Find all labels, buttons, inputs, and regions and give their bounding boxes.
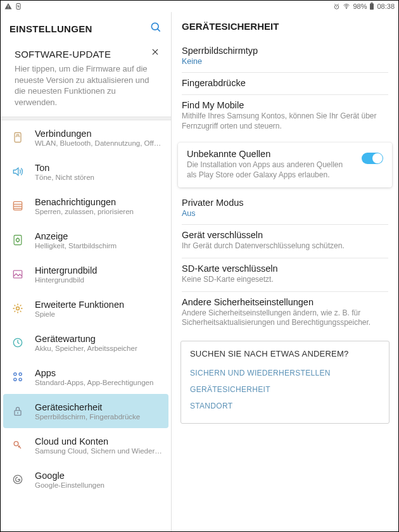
sidebar-item-sub: Sperren, zulassen, priorisieren <box>35 208 162 215</box>
sidebar-item-sub: WLAN, Bluetooth, Datennutzung, Offline..… <box>35 139 162 147</box>
svg-point-25 <box>14 441 18 446</box>
svg-point-5 <box>151 23 158 30</box>
svg-rect-4 <box>371 3 373 4</box>
related-search-box: SUCHEN SIE NACH ETWAS ANDEREM? SICHERN U… <box>180 341 390 424</box>
notifications-icon <box>11 199 25 213</box>
svg-rect-3 <box>370 4 374 10</box>
sidebar-item-label: Verbindungen <box>35 129 162 139</box>
row-title: Andere Sicherheitseinstellungen <box>182 297 388 307</box>
advanced-icon <box>11 301 25 315</box>
row-fingerprints[interactable]: Fingerabdrücke <box>172 73 398 94</box>
software-update-banner[interactable]: SOFTWARE-UPDATE Hier tippen, um die Firm… <box>1 42 171 117</box>
row-value: Aus <box>182 209 388 218</box>
settings-master-pane: EINSTELLUNGEN SOFTWARE-UPDATE Hier tippe… <box>1 12 172 531</box>
google-icon <box>11 472 25 486</box>
row-encrypt-sd[interactable]: SD-Karte verschlüsseln Keine SD-Karte ei… <box>172 258 398 291</box>
sidebar-item-device-security[interactable]: Gerätesicherheit Sperrbildschirm, Finger… <box>3 394 168 428</box>
sidebar-item-advanced[interactable]: Erweiterte Funktionen Spiele <box>1 291 171 326</box>
settings-title: EINSTELLUNGEN <box>10 23 92 34</box>
sidebar-item-label: Hintergrundbild <box>35 265 162 276</box>
row-encrypt-device[interactable]: Gerät verschlüsseln Ihr Gerät durch Date… <box>172 225 398 258</box>
sidebar-item-sub: Hintergrundbild <box>35 276 162 284</box>
sidebar-item-label: Gerätesicherheit <box>35 402 160 412</box>
sidebar-item-label: Ton <box>35 163 162 173</box>
sidebar-item-label: Apps <box>35 368 162 378</box>
row-title: Unbekannte Quellen <box>187 149 354 159</box>
sidebar-item-connections[interactable]: Verbindungen WLAN, Bluetooth, Datennutzu… <box>1 120 171 155</box>
svg-rect-16 <box>13 270 22 278</box>
battery-icon <box>369 3 374 10</box>
related-link[interactable]: STANDORT <box>190 398 380 414</box>
row-sub: Mithilfe Ihres Samsung Kontos, können Si… <box>182 111 388 131</box>
wifi-icon <box>343 3 350 10</box>
related-link[interactable]: GERÄTESICHERHEIT <box>190 381 380 398</box>
row-sub: Die Installation von Apps aus anderen Qu… <box>187 160 354 180</box>
svg-point-20 <box>19 373 22 376</box>
sidebar-item-cloud[interactable]: Cloud und Konten Samsung Cloud, Sichern … <box>1 428 171 462</box>
search-box-title: SUCHEN SIE NACH ETWAS ANDEREM? <box>190 349 380 358</box>
cloud-icon <box>11 438 25 452</box>
row-title: SD-Karte verschlüsseln <box>182 263 388 274</box>
row-title: Privater Modus <box>182 198 388 208</box>
sidebar-item-sub: Standard-Apps, App-Berechtigungen <box>35 379 162 386</box>
svg-point-21 <box>14 378 16 381</box>
row-other-security[interactable]: Andere Sicherheitseinstellungen Andere S… <box>172 292 398 334</box>
row-private-mode[interactable]: Privater Modus Aus <box>172 193 398 224</box>
svg-point-17 <box>16 307 20 310</box>
sidebar-item-label: Gerätewartung <box>35 334 162 344</box>
sidebar-item-notifications[interactable]: Benachrichtigungen Sperren, zulassen, pr… <box>1 189 171 223</box>
display-icon <box>11 233 25 247</box>
sidebar-item-device-care[interactable]: Gerätewartung Akku, Speicher, Arbeitsspe… <box>1 326 171 360</box>
sidebar-item-label: Erweiterte Funktionen <box>35 300 162 310</box>
sidebar-item-label: Google <box>35 471 162 481</box>
sidebar-item-label: Cloud und Konten <box>35 436 162 446</box>
toggle-switch[interactable] <box>362 153 383 164</box>
row-value: Keine <box>182 57 388 66</box>
alarm-icon <box>333 3 340 10</box>
sidebar-item-sub: Töne, Nicht stören <box>35 174 162 181</box>
svg-point-15 <box>16 239 20 242</box>
row-sub: Andere Sicherheitseinstellungen ändern, … <box>182 308 388 328</box>
sidebar-item-display[interactable]: Anzeige Helligkeit, Startbildschirm <box>1 223 171 257</box>
sidebar-item-apps[interactable]: Apps Standard-Apps, App-Berechtigungen <box>1 360 171 394</box>
related-link[interactable]: SICHERN UND WIEDERHERSTELLEN <box>190 365 380 381</box>
sidebar-item-sub: Google-Einstellungen <box>35 481 162 489</box>
warning-icon <box>4 3 12 10</box>
sidebar-item-sound[interactable]: Ton Töne, Nicht stören <box>1 155 171 189</box>
clock: 08:38 <box>377 3 395 10</box>
row-sub: Keine SD-Karte eingesetzt. <box>182 275 388 285</box>
banner-title: SOFTWARE-UPDATE <box>15 49 157 60</box>
row-lockscreen-type[interactable]: Sperrbildschirmtyp Keine <box>172 41 398 72</box>
detail-title: GERÄTESICHERHEIT <box>172 12 398 38</box>
sidebar-item-sub: Spiele <box>35 310 162 318</box>
settings-list: Verbindungen WLAN, Bluetooth, Datennutzu… <box>1 120 171 531</box>
sidebar-item-sub: Akku, Speicher, Arbeitsspeicher <box>35 345 162 352</box>
sound-icon <box>11 165 25 179</box>
row-unknown-sources[interactable]: Unbekannte Quellen Die Installation von … <box>178 142 392 187</box>
apps-icon <box>11 370 25 384</box>
sidebar-item-google[interactable]: Google Google-Einstellungen <box>1 462 171 497</box>
battery-percent: 98% <box>353 3 367 10</box>
detail-pane: GERÄTESICHERHEIT Sperrbildschirmtyp Kein… <box>172 12 398 531</box>
svg-point-19 <box>14 373 16 376</box>
connections-icon <box>11 130 25 144</box>
sidebar-item-wallpaper[interactable]: Hintergrundbild Hintergrundbild <box>1 257 171 291</box>
row-title: Gerät verschlüsseln <box>182 230 388 240</box>
row-title: Find My Mobile <box>182 100 388 110</box>
svg-point-2 <box>346 8 347 9</box>
sidebar-item-label: Anzeige <box>35 231 162 241</box>
row-find-my-mobile[interactable]: Find My Mobile Mithilfe Ihres Samsung Ko… <box>172 95 398 137</box>
sidebar-item-label: Benachrichtigungen <box>35 197 162 207</box>
svg-point-22 <box>19 378 22 381</box>
lock-icon <box>11 404 25 418</box>
row-title: Sperrbildschirmtyp <box>182 46 388 56</box>
row-sub: Ihr Gerät durch Datenverschlüsselung sch… <box>182 241 388 251</box>
search-icon[interactable] <box>149 21 162 36</box>
close-icon[interactable] <box>151 48 160 59</box>
status-bar: 98% 08:38 <box>1 1 398 12</box>
sidebar-item-sub: Sperrbildschirm, Fingerabdrücke <box>35 413 160 421</box>
charging-icon <box>15 3 22 10</box>
wallpaper-icon <box>11 267 25 281</box>
sidebar-item-sub: Samsung Cloud, Sichern und Wiederher... <box>35 447 162 455</box>
svg-line-6 <box>158 29 160 32</box>
